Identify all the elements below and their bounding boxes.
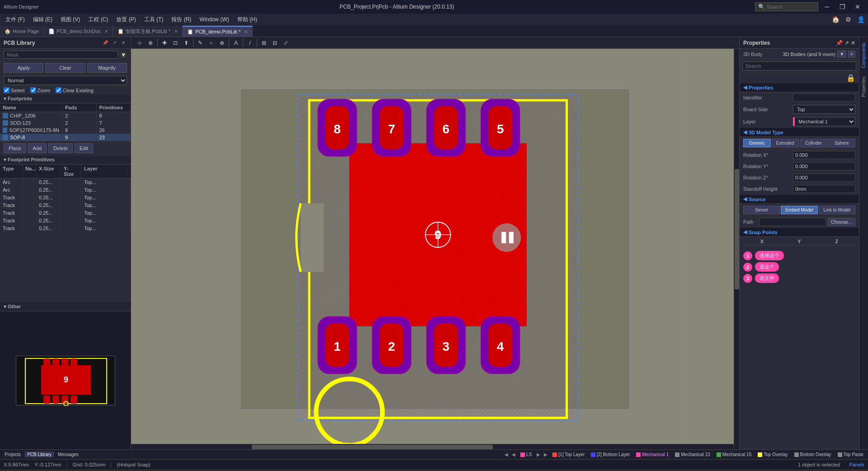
- circle-btn[interactable]: ○: [206, 38, 216, 48]
- source-section-header[interactable]: ◀ Source: [740, 195, 859, 204]
- list-item[interactable]: Track 0.25... Top...: [0, 225, 131, 232]
- list-item[interactable]: Track 0.25... Top...: [0, 209, 131, 217]
- tab-pcb-library[interactable]: PCB Library: [24, 452, 54, 457]
- tab-schdoc[interactable]: 📄 PCB_demo.SchDoc ✕: [44, 26, 113, 37]
- path-input[interactable]: [759, 218, 826, 226]
- generic-button[interactable]: Generic: [743, 139, 771, 147]
- menu-file[interactable]: 文件 (F): [2, 15, 28, 24]
- vertical-scroll-thumb[interactable]: [735, 169, 739, 289]
- other-section-header[interactable]: ▾ Other: [0, 302, 131, 311]
- minimize-button[interactable]: ─: [820, 0, 834, 14]
- horizontal-scrollbar[interactable]: [131, 444, 734, 449]
- tab-pcblib1[interactable]: 📋 智能车主板.PcbLib * ✕: [113, 26, 183, 37]
- layer-mech1[interactable]: Mechanical 1: [633, 452, 671, 457]
- pin-prop-button[interactable]: 📌: [836, 40, 843, 46]
- filter-tool-btn[interactable]: ⊹: [135, 38, 145, 48]
- route-btn[interactable]: ⊡: [170, 38, 180, 48]
- tab-pcblib2[interactable]: 📋 PCB_demo.PcbLib * ✕: [183, 26, 253, 37]
- mask-input[interactable]: [4, 51, 118, 59]
- add-button[interactable]: Add: [28, 143, 47, 153]
- rotation-x-input[interactable]: [793, 151, 855, 159]
- layer-ls[interactable]: LS: [518, 452, 534, 457]
- panels-button[interactable]: Panels: [849, 462, 864, 467]
- fullscreen-btn[interactable]: ⤢: [281, 38, 291, 48]
- titlebar-search[interactable]: 🔍: [755, 2, 818, 11]
- text-btn[interactable]: A: [231, 38, 241, 48]
- zoom-btn[interactable]: ⊟: [270, 38, 280, 48]
- grid-btn[interactable]: ⊞: [259, 38, 269, 48]
- menu-help[interactable]: 帮助 (H): [234, 15, 261, 24]
- list-item[interactable]: Track 0.25... Top...: [0, 194, 131, 202]
- clear-existing-check[interactable]: Clear Existing: [56, 87, 94, 93]
- server-button[interactable]: Server: [743, 206, 780, 214]
- embed-model-button[interactable]: Embed Model: [781, 206, 817, 214]
- sphere-button[interactable]: Sphere: [828, 139, 856, 147]
- rotation-y-input[interactable]: [793, 162, 855, 170]
- user-icon-btn[interactable]: 👤: [855, 14, 866, 25]
- layer-scroll-right2[interactable]: ▶: [542, 452, 549, 458]
- link-to-model-button[interactable]: Link to Model: [819, 206, 855, 214]
- float-prop-button[interactable]: ↗: [844, 40, 849, 46]
- magnify-button[interactable]: Magnify: [87, 63, 127, 73]
- properties-search-input[interactable]: [742, 61, 856, 71]
- list-item[interactable]: Arc 0.25... Top...: [0, 179, 131, 186]
- tab-projects[interactable]: Projects: [2, 452, 24, 457]
- rotation-z-input[interactable]: [793, 174, 855, 182]
- pin-button[interactable]: 📌: [102, 39, 109, 47]
- menu-edit[interactable]: 编辑 (E): [29, 15, 56, 24]
- menu-tools[interactable]: 工具 (T): [141, 15, 167, 24]
- choose-button[interactable]: Choose...: [828, 218, 855, 226]
- settings-icon-btn[interactable]: ⚙: [843, 14, 854, 25]
- restore-button[interactable]: ❐: [835, 0, 849, 14]
- add-tool-btn[interactable]: ✚: [160, 38, 170, 48]
- cylinder-button[interactable]: Cylinder: [800, 139, 827, 147]
- menu-view[interactable]: 视图 (V): [57, 15, 84, 24]
- snap-points-section-header[interactable]: ◀ Snap Points: [740, 228, 859, 237]
- standoff-input[interactable]: [793, 185, 855, 193]
- float-button[interactable]: ↗: [111, 39, 118, 47]
- tab-pcblib2-close[interactable]: ✕: [244, 29, 248, 34]
- home-icon-btn[interactable]: 🏠: [830, 14, 841, 25]
- tab-schdoc-close[interactable]: ✕: [104, 29, 108, 34]
- line-btn[interactable]: /: [245, 38, 255, 48]
- layer-select[interactable]: Mechanical 1: [793, 117, 855, 126]
- select-checkbox[interactable]: [4, 87, 9, 93]
- identifier-input[interactable]: [793, 94, 855, 102]
- list-item[interactable]: Track 0.25... Top...: [0, 202, 131, 209]
- canvas-area[interactable]: 9 8 7 6 5: [131, 49, 739, 449]
- apply-button[interactable]: Apply: [4, 63, 43, 73]
- zoom-checkbox[interactable]: [30, 87, 36, 93]
- menu-reports[interactable]: 报告 (R): [168, 15, 195, 24]
- layer-scroll-right[interactable]: ▶: [535, 452, 542, 458]
- menu-project[interactable]: 工程 (C): [85, 15, 112, 24]
- tab-pcblib1-close[interactable]: ✕: [174, 29, 178, 34]
- delete-button[interactable]: Delete: [48, 143, 73, 153]
- layer-bottom[interactable]: [2] Bottom Layer: [588, 452, 632, 457]
- edit-button[interactable]: Edit: [75, 143, 93, 153]
- close-prop-button[interactable]: ✕: [851, 40, 855, 46]
- layer-mech15[interactable]: Mechanical 15: [714, 452, 754, 457]
- mask-dropdown[interactable]: ▼: [120, 52, 127, 58]
- close-button[interactable]: ✕: [851, 0, 864, 14]
- list-item[interactable]: SOP127P600X175-8N 8 26: [0, 127, 131, 134]
- properties-section-header[interactable]: ◀ Properties: [740, 83, 859, 92]
- layer-top-overlay[interactable]: Top Overlay: [755, 452, 790, 457]
- vtab-properties[interactable]: Properties: [860, 73, 867, 101]
- titlebar-search-input[interactable]: [767, 4, 812, 9]
- list-item[interactable]: Track 0.25... Top...: [0, 217, 131, 225]
- component-filter2-button[interactable]: ≡: [848, 51, 855, 57]
- layer-top[interactable]: [1] Top Layer: [550, 452, 587, 457]
- place-button[interactable]: Place: [4, 143, 26, 153]
- anchor-btn[interactable]: ⊕: [217, 38, 227, 48]
- menu-window[interactable]: Window (W): [196, 15, 232, 24]
- vertical-scrollbar[interactable]: [734, 49, 739, 449]
- primitives-section-header[interactable]: ▾ Footprint Primitives: [0, 155, 131, 165]
- list-item[interactable]: Arc 0.25... Top...: [0, 186, 131, 194]
- tab-messages[interactable]: Messages: [55, 452, 81, 457]
- upload-btn[interactable]: ⬆: [181, 38, 191, 48]
- layer-top-paste[interactable]: Top Paste: [835, 452, 866, 457]
- zoom-check[interactable]: Zoom: [30, 87, 50, 93]
- clear-filter-btn[interactable]: ⊗: [146, 38, 156, 48]
- lock-icon[interactable]: 🔒: [846, 74, 855, 82]
- layer-mech13[interactable]: Mechanical 13: [672, 452, 712, 457]
